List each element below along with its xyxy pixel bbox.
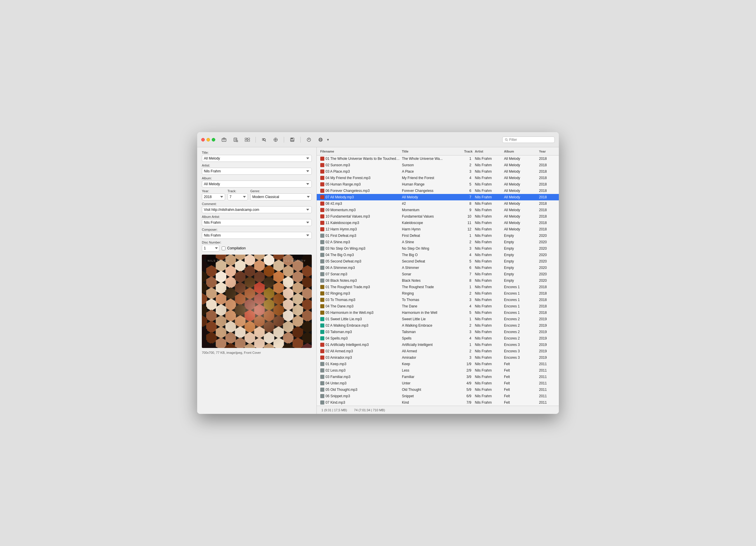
table-row[interactable]: 12 Harm Hymn.mp3 Harm Hymn 12 Nils Frahm… xyxy=(317,226,559,232)
comment-select[interactable]: Visit http://nilsfrahm.bandcamp.com xyxy=(202,206,312,213)
toolbar-add-folder-button[interactable] xyxy=(219,135,229,144)
cell-title: The Roughest Trade xyxy=(401,285,459,289)
album-artist-select[interactable]: Nils Frahm xyxy=(202,219,312,226)
filename-text: 06 Forever Changeless.mp3 xyxy=(325,189,370,193)
cell-artist: Nils Frahm xyxy=(474,304,503,308)
table-row[interactable]: 05 Harmonium in the Well.mp3 Harmonium i… xyxy=(317,309,559,316)
table-row[interactable]: 03 Amirador.mp3 Amirador 3 Nils Frahm En… xyxy=(317,354,559,361)
table-row[interactable]: 08 Black Notes.mp3 Black Notes 8 Nils Fr… xyxy=(317,277,559,284)
filename-text: 01 Artificially Intelligent.mp3 xyxy=(325,343,369,347)
filename-text: 01 Keep.mp3 xyxy=(325,362,346,366)
cell-track: 3 xyxy=(459,169,474,174)
toolbar-add-files-button[interactable] xyxy=(231,135,240,144)
toolbar-save-button[interactable] xyxy=(288,135,297,144)
table-row[interactable]: 07 Sonar.mp3 Sonar 7 Nils Frahm Empty 20… xyxy=(317,271,559,277)
table-row[interactable]: 04 Spells.mp3 Spells 4 Nils Frahm Encore… xyxy=(317,335,559,342)
filename-text: 07 Sonar.mp3 xyxy=(325,272,347,276)
composer-select[interactable]: Nils Frahm xyxy=(202,232,312,239)
table-row[interactable]: 03 Familiar.mp3 Familiar 3/9 Nils Frahm … xyxy=(317,374,559,380)
table-row[interactable]: 04 The Big O.mp3 The Big O 4 Nils Frahm … xyxy=(317,252,559,258)
table-row[interactable]: 01 Keep.mp3 Keep 1/9 Nils Frahm Felt 201… xyxy=(317,361,559,367)
table-row[interactable]: 01 Artificially Intelligent.mp3 Artifici… xyxy=(317,342,559,348)
col-header-track[interactable]: Track xyxy=(459,150,474,153)
table-row[interactable]: 04 Unter.mp3 Unter 4/9 Nils Frahm Felt 2… xyxy=(317,380,559,386)
cell-title: My Friend the Forest xyxy=(401,176,459,180)
table-row[interactable]: 07 Kind.mp3 Kind 7/9 Nils Frahm Felt 201… xyxy=(317,399,559,406)
cell-filename: 06 A Shimmer.mp3 xyxy=(319,266,401,270)
table-row[interactable]: 07 All Melody.mp3 All Melody 7 Nils Frah… xyxy=(317,194,559,200)
year-select[interactable]: 2018 xyxy=(202,193,225,200)
table-row[interactable]: 05 Second Defeat.mp3 Second Defeat 5 Nil… xyxy=(317,258,559,265)
table-row[interactable]: 01 The Roughest Trade.mp3 The Roughest T… xyxy=(317,284,559,290)
cell-track: 2 xyxy=(459,291,474,295)
track-select[interactable]: 7 xyxy=(227,193,248,200)
col-header-artist[interactable]: Artist xyxy=(474,150,503,153)
search-box[interactable] xyxy=(502,137,555,143)
file-icon xyxy=(320,279,324,283)
cell-track: 7 xyxy=(459,195,474,199)
table-row[interactable]: 01 The Whole Universe Wants to Be Touche… xyxy=(317,155,559,162)
table-row[interactable]: 06 Forever Changeless.mp3 Forever Change… xyxy=(317,188,559,194)
table-row[interactable]: 03 A Place.mp3 A Place 3 Nils Frahm All … xyxy=(317,168,559,175)
album-select[interactable]: All Melody xyxy=(202,181,312,188)
col-header-album[interactable]: Album xyxy=(503,150,538,153)
disc-select[interactable]: 1 xyxy=(202,245,219,252)
compilation-label[interactable]: Compilation xyxy=(227,246,246,250)
minimize-button[interactable] xyxy=(207,138,210,141)
table-row[interactable]: 03 To Thomas.mp3 To Thomas 3 Nils Frahm … xyxy=(317,297,559,303)
close-button[interactable] xyxy=(201,138,205,141)
col-header-filename[interactable]: Filename xyxy=(319,150,401,153)
table-row[interactable]: 11 Kaleidoscope.mp3 Kaleidoscope 11 Nils… xyxy=(317,220,559,226)
toolbar-scan2-button[interactable] xyxy=(271,135,280,144)
cell-year: 2018 xyxy=(538,227,555,231)
table-row[interactable]: 01 First Defeat.mp3 First Defeat 1 Nils … xyxy=(317,232,559,239)
table-row[interactable]: 06 Snippet.mp3 Snippet 6/9 Nils Frahm Fe… xyxy=(317,393,559,399)
compilation-checkbox[interactable] xyxy=(222,246,225,250)
cell-artist: Nils Frahm xyxy=(474,195,503,199)
cell-track: 12 xyxy=(459,227,474,231)
cell-title: Kaleidoscope xyxy=(401,221,459,225)
cell-album: Encores 2 xyxy=(503,336,538,340)
cell-filename: 02 Ringing.mp3 xyxy=(319,291,401,295)
cell-year: 2020 xyxy=(538,240,555,244)
toolbar-globe-button[interactable] xyxy=(316,135,325,144)
table-row[interactable]: 10 Fundamental Values.mp3 Fundamental Va… xyxy=(317,213,559,220)
cell-track: 1 xyxy=(459,157,474,161)
album-art-container[interactable] xyxy=(202,255,312,348)
table-row[interactable]: 05 Human Range.mp3 Human Range 5 Nils Fr… xyxy=(317,181,559,188)
table-row[interactable]: 05 Old Thought.mp3 Old Thought 5/9 Nils … xyxy=(317,386,559,393)
cell-filename: 04 The Big O.mp3 xyxy=(319,253,401,257)
comment-label: Comment: xyxy=(202,202,312,206)
cell-artist: Nils Frahm xyxy=(474,157,503,161)
cell-artist: Nils Frahm xyxy=(474,356,503,360)
table-row[interactable]: 04 The Dane.mp3 The Dane 4 Nils Frahm En… xyxy=(317,303,559,309)
table-row[interactable]: 06 A Shimmer.mp3 A Shimmer 6 Nils Frahm … xyxy=(317,265,559,271)
table-row[interactable]: 09 Momentum.mp3 Momentum 9 Nils Frahm Al… xyxy=(317,207,559,213)
genre-select[interactable]: Modern Classical xyxy=(250,193,312,200)
table-row[interactable]: 08 #2.mp3 #2 8 Nils Frahm All Melody 201… xyxy=(317,200,559,207)
table-row[interactable]: 04 My Friend the Forest.mp3 My Friend th… xyxy=(317,175,559,181)
cell-year: 2018 xyxy=(538,285,555,289)
artist-select[interactable]: Nils Frahm xyxy=(202,168,312,175)
cell-album: Empty xyxy=(503,279,538,283)
col-header-title[interactable]: Title xyxy=(401,150,459,153)
table-row[interactable]: 03 Talisman.mp3 Talisman 3 Nils Frahm En… xyxy=(317,329,559,335)
table-row[interactable]: 02 Sunson.mp3 Sunson 2 Nils Frahm All Me… xyxy=(317,162,559,168)
table-row[interactable]: 02 A Shine.mp3 A Shine 2 Nils Frahm Empt… xyxy=(317,239,559,245)
table-row[interactable]: 02 Ringing.mp3 Ringing 2 Nils Frahm Enco… xyxy=(317,290,559,297)
toolbar-options-button[interactable] xyxy=(304,135,314,144)
table-row[interactable]: 02 Less.mp3 Less 2/9 Nils Frahm Felt 201… xyxy=(317,367,559,374)
title-select[interactable]: All Melody xyxy=(202,155,312,162)
search-input[interactable] xyxy=(509,138,552,142)
fullscreen-button[interactable] xyxy=(212,138,215,141)
toolbar-scan-button[interactable] xyxy=(243,135,252,144)
table-row[interactable]: 02 All Armed.mp3 All Armed 2 Nils Frahm … xyxy=(317,348,559,354)
col-header-year[interactable]: Year xyxy=(538,150,555,153)
toolbar-lookup-button[interactable] xyxy=(259,135,269,144)
svg-rect-5 xyxy=(245,140,247,141)
table-row[interactable]: 01 Sweet Little Lie.mp3 Sweet Little Lie… xyxy=(317,316,559,322)
table-row[interactable]: 03 No Step On Wing.mp3 No Step On Wing 3… xyxy=(317,245,559,252)
year-field: Year: 2018 xyxy=(202,189,225,200)
filename-text: 01 The Whole Universe Wants to Be Touche… xyxy=(325,157,400,161)
table-row[interactable]: 02 A Walking Embrace.mp3 A Walking Embra… xyxy=(317,322,559,329)
